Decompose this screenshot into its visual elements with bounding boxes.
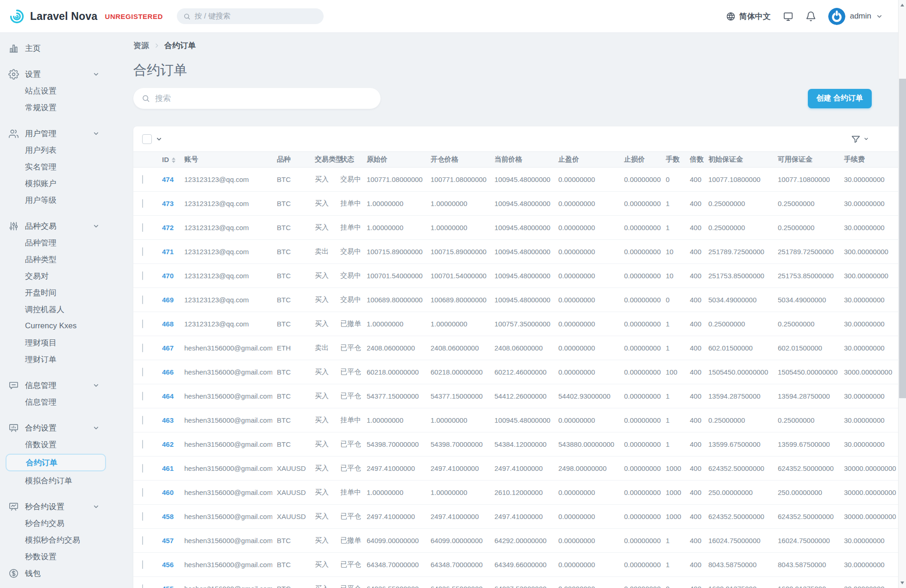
- sidebar-item-信息管理[interactable]: 信息管理: [0, 394, 116, 410]
- order-id-link[interactable]: 471: [162, 248, 174, 256]
- order-id-link[interactable]: 467: [162, 344, 174, 352]
- row-checkbox[interactable]: [142, 175, 143, 184]
- sidebar-item-用户列表[interactable]: 用户列表: [0, 142, 116, 158]
- brand-name[interactable]: Laravel Nova: [30, 10, 98, 23]
- sidebar-item-品种交易[interactable]: 品种交易: [0, 218, 116, 234]
- sidebar-item-钱包[interactable]: 钱包: [0, 565, 116, 582]
- order-id-link[interactable]: 457: [162, 537, 174, 544]
- cell-take_profit: 0.00000000: [554, 312, 619, 336]
- sidebar-item-Currency Kxes[interactable]: Currency Kxes: [0, 318, 116, 334]
- sidebar-item-模拟账户[interactable]: 模拟账户: [0, 175, 116, 192]
- sidebar-item-开盘时间[interactable]: 开盘时间: [0, 284, 116, 301]
- sidebar-item-品种类型[interactable]: 品种类型: [0, 251, 116, 268]
- cell-stop_loss: 0.00000000: [619, 408, 661, 432]
- scroll-down-arrow-icon[interactable]: [899, 579, 906, 587]
- order-id-link[interactable]: 474: [162, 175, 174, 183]
- order-id-link[interactable]: 470: [162, 272, 174, 280]
- scrollbar-thumb[interactable]: [899, 79, 906, 398]
- sidebar-item-实名管理[interactable]: 实名管理: [0, 158, 116, 175]
- order-id-link[interactable]: 473: [162, 200, 174, 207]
- sidebar-item-理财订单[interactable]: 理财订单: [0, 351, 116, 368]
- sidebar-item-主页[interactable]: 主页: [0, 40, 116, 56]
- order-id-link[interactable]: 460: [162, 488, 174, 496]
- filter-menu[interactable]: [851, 134, 869, 144]
- cell-initial_margin: 5034.49000000: [704, 288, 773, 312]
- sidebar-item-label: 用户管理: [25, 128, 56, 139]
- sidebar-item-信息管理[interactable]: 信息管理: [0, 377, 116, 394]
- row-checkbox[interactable]: [142, 536, 143, 545]
- order-id-link[interactable]: 463: [162, 416, 174, 424]
- order-id-link[interactable]: 456: [162, 561, 174, 569]
- sidebar-item-站点设置[interactable]: 站点设置: [0, 82, 116, 99]
- user-menu[interactable]: admin: [828, 8, 883, 25]
- select-all-chevron-icon[interactable]: [156, 136, 162, 143]
- sidebar-item-label: 钱包: [25, 568, 41, 579]
- sort-icon[interactable]: [172, 157, 175, 163]
- sidebar-item-秒合约设置[interactable]: 秒合约设置: [0, 498, 116, 515]
- row-checkbox[interactable]: [142, 295, 143, 304]
- sidebar-item-交易对[interactable]: 交易对: [0, 268, 116, 284]
- row-checkbox[interactable]: [142, 199, 143, 208]
- page-title: 合约订单: [133, 61, 906, 80]
- vertical-scrollbar[interactable]: [898, 0, 906, 588]
- order-id-link[interactable]: 468: [162, 320, 174, 328]
- cell-trade_type: 买入: [310, 168, 336, 192]
- sidebar-item-秒合约交易[interactable]: 秒合约交易: [0, 515, 116, 532]
- order-id-link[interactable]: 462: [162, 440, 174, 448]
- cell-open_price: 2497.41000000: [426, 505, 490, 529]
- sidebar-item-倍数设置[interactable]: 倍数设置: [0, 436, 116, 453]
- cell-original_price: 100701.54000000: [362, 264, 426, 288]
- monitor-icon[interactable]: [783, 11, 794, 22]
- sidebar-item-设置[interactable]: 设置: [0, 66, 116, 82]
- row-checkbox[interactable]: [142, 319, 143, 328]
- row-checkbox[interactable]: [142, 344, 143, 352]
- bell-icon[interactable]: [806, 11, 816, 22]
- row-checkbox[interactable]: [142, 223, 143, 232]
- row-checkbox[interactable]: [142, 392, 143, 400]
- row-checkbox[interactable]: [142, 512, 143, 521]
- sidebar-item-秒数设置[interactable]: 秒数设置: [0, 548, 116, 565]
- cell-open_price: 100689.80000000: [426, 288, 490, 312]
- order-id-link[interactable]: 472: [162, 224, 174, 231]
- resource-search-input[interactable]: [155, 94, 372, 103]
- cell-lots: 0: [661, 288, 685, 312]
- sidebar-item-模拟合约订单[interactable]: 模拟合约订单: [0, 472, 116, 489]
- order-id-link[interactable]: 464: [162, 392, 174, 400]
- row-checkbox[interactable]: [142, 271, 143, 280]
- sidebar-item-合约订单[interactable]: 合约订单: [6, 454, 106, 471]
- row-checkbox[interactable]: [142, 464, 143, 473]
- sidebar-item-合约设置[interactable]: 合约设置: [0, 419, 116, 436]
- sidebar-item-用户等级[interactable]: 用户等级: [0, 192, 116, 208]
- row-checkbox[interactable]: [142, 440, 143, 449]
- main-content: 资源 合约订单 合约订单 创建 合约订单: [116, 33, 906, 588]
- sidebar-item-调控机器人[interactable]: 调控机器人: [0, 301, 116, 318]
- breadcrumb-resources-link[interactable]: 资源: [133, 40, 149, 51]
- order-id-link[interactable]: 466: [162, 368, 174, 376]
- order-id-link[interactable]: 458: [162, 513, 174, 520]
- row-checkbox[interactable]: [142, 560, 143, 569]
- create-contract-order-button[interactable]: 创建 合约订单: [808, 89, 872, 108]
- row-checkbox[interactable]: [142, 584, 143, 588]
- row-checkbox[interactable]: [142, 488, 143, 497]
- sidebar-item-模拟秒合约交易[interactable]: 模拟秒合约交易: [0, 532, 116, 548]
- row-checkbox[interactable]: [142, 247, 143, 256]
- row-checkbox[interactable]: [142, 368, 143, 376]
- order-id-link[interactable]: 455: [162, 585, 174, 588]
- sidebar-item-用户管理[interactable]: 用户管理: [0, 125, 116, 142]
- global-search-input[interactable]: [194, 12, 317, 20]
- sidebar-item-理财项目[interactable]: 理财项目: [0, 334, 116, 351]
- column-header-id[interactable]: ID: [157, 152, 180, 168]
- sidebar-item-品种管理[interactable]: 品种管理: [0, 234, 116, 251]
- select-all-checkbox[interactable]: [142, 134, 152, 144]
- row-checkbox[interactable]: [142, 416, 143, 425]
- order-id-link[interactable]: 469: [162, 296, 174, 304]
- cell-take_profit: 0.00000000: [554, 264, 619, 288]
- resource-search[interactable]: [133, 88, 381, 109]
- locale-switcher[interactable]: 简体中文: [726, 11, 771, 22]
- sidebar-item-常规设置[interactable]: 常规设置: [0, 99, 116, 116]
- global-search[interactable]: [177, 8, 324, 24]
- order-id-link[interactable]: 461: [162, 464, 174, 472]
- scroll-up-arrow-icon[interactable]: [899, 1, 906, 9]
- cell-lots: 1: [661, 312, 685, 336]
- column-header-label: 可用保证金: [778, 155, 812, 163]
